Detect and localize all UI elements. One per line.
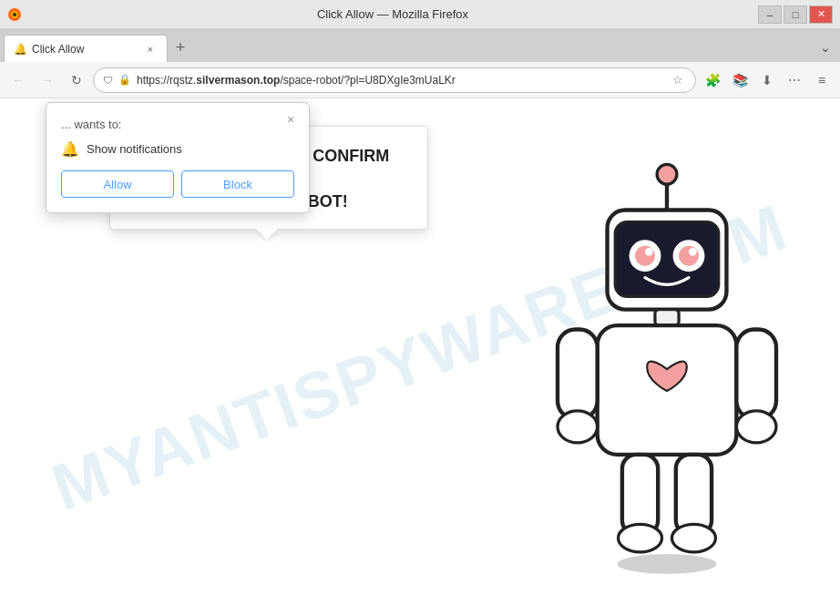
navbar-right-buttons: 🧩 📚 ⬇ ⋯ ≡ xyxy=(700,67,835,93)
bell-icon: 🔔 xyxy=(61,140,79,158)
titlebar: Click Allow — Mozilla Firefox – □ ✕ xyxy=(0,0,840,29)
tab-list-button[interactable]: ⌄ xyxy=(814,36,836,58)
tabbar: 🔔 Click Allow × + ⌄ xyxy=(0,29,840,62)
svg-point-10 xyxy=(679,246,699,266)
svg-rect-19 xyxy=(622,455,658,534)
popup-buttons: Allow Block xyxy=(61,170,294,198)
refresh-button[interactable]: ↻ xyxy=(64,67,89,93)
svg-point-23 xyxy=(617,554,716,574)
svg-point-11 xyxy=(645,248,653,256)
new-tab-button[interactable]: + xyxy=(168,35,193,60)
menu-button[interactable]: ≡ xyxy=(809,67,835,93)
minimize-button[interactable]: – xyxy=(758,5,782,24)
tab-close-button[interactable]: × xyxy=(143,42,158,56)
robot-illustration xyxy=(494,142,840,616)
svg-point-12 xyxy=(689,248,697,256)
callout-arrow xyxy=(256,229,278,240)
back-button[interactable]: ← xyxy=(5,67,31,93)
svg-point-20 xyxy=(619,524,662,552)
popup-permission-text: Show notifications xyxy=(87,142,182,156)
popup-close-button[interactable]: × xyxy=(282,110,300,128)
svg-point-16 xyxy=(558,411,598,443)
svg-rect-21 xyxy=(676,455,712,534)
urlbar-icons: ☆ xyxy=(670,72,686,88)
notification-permission-popup: × ... wants to: 🔔 Show notifications All… xyxy=(46,102,310,213)
forward-button[interactable]: → xyxy=(35,67,60,93)
robot-svg-icon xyxy=(521,160,813,598)
window-controls: – □ ✕ xyxy=(758,5,833,24)
window-title: Click Allow — Mozilla Firefox xyxy=(27,7,758,21)
url-domain: silvermason.top xyxy=(196,74,280,87)
urlbar[interactable]: 🛡 🔒 https://rqstz.silvermason.top/space-… xyxy=(93,67,696,93)
downloads-button[interactable]: ⬇ xyxy=(754,67,780,93)
close-button[interactable]: ✕ xyxy=(809,5,833,24)
tab-dropdown-icon[interactable]: ⌄ xyxy=(814,36,836,58)
lock-icon: 🔒 xyxy=(118,74,131,86)
tab-favicon-icon: 🔔 xyxy=(14,43,26,56)
tab-label: Click Allow xyxy=(32,43,138,56)
svg-point-2 xyxy=(13,13,16,16)
bookmark-star-icon[interactable]: ☆ xyxy=(670,72,686,88)
svg-point-22 xyxy=(671,524,715,552)
more-tools-button[interactable]: ⋯ xyxy=(782,67,807,93)
url-suffix: /space-robot/?pl=U8DXgIe3mUaLKr xyxy=(280,74,455,87)
firefox-logo-icon xyxy=(7,7,22,22)
popup-permission-row: 🔔 Show notifications xyxy=(61,140,294,158)
url-text[interactable]: https://rqstz.silvermason.top/space-robo… xyxy=(137,74,664,87)
popup-wants-text: ... wants to: xyxy=(61,118,294,131)
svg-rect-15 xyxy=(558,329,598,418)
url-prefix: https://rqstz. xyxy=(137,74,196,87)
svg-rect-17 xyxy=(736,329,776,418)
bookmarks-button[interactable]: 📚 xyxy=(727,67,753,93)
extensions-button[interactable]: 🧩 xyxy=(700,67,725,93)
svg-rect-13 xyxy=(655,310,679,325)
shield-icon: 🛡 xyxy=(103,75,113,86)
allow-button[interactable]: Allow xyxy=(61,170,174,198)
active-tab[interactable]: 🔔 Click Allow × xyxy=(4,35,168,62)
block-button[interactable]: Block xyxy=(181,170,294,198)
svg-point-9 xyxy=(635,246,655,266)
svg-point-18 xyxy=(736,411,776,443)
navbar: ← → ↻ 🛡 🔒 https://rqstz.silvermason.top/… xyxy=(0,62,840,98)
svg-point-4 xyxy=(657,164,677,184)
maximize-button[interactable]: □ xyxy=(784,5,807,24)
page-content: MYANTISPYWARE.COM × ... wants to: 🔔 Show… xyxy=(0,98,840,616)
